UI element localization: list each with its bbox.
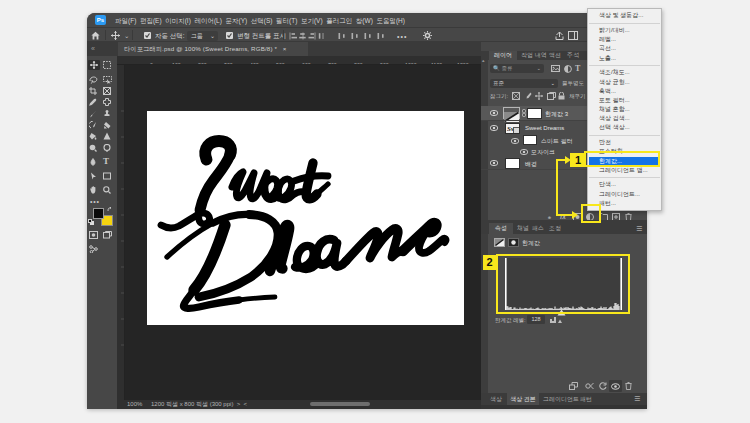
svg-text:200: 200 — [198, 62, 207, 65]
svg-text:1200: 1200 — [457, 62, 469, 65]
svg-text:900: 900 — [380, 62, 389, 65]
svg-text:300: 300 — [224, 62, 233, 65]
svg-text:1000: 1000 — [405, 62, 417, 65]
svg-text:500: 500 — [276, 62, 285, 65]
svg-text:800: 800 — [354, 62, 363, 65]
svg-text:600: 600 — [302, 62, 311, 65]
svg-text:1100: 1100 — [431, 62, 442, 65]
svg-text:100: 100 — [172, 62, 181, 65]
svg-text:700: 700 — [328, 62, 337, 65]
svg-text:400: 400 — [250, 62, 259, 65]
svg-text:0: 0 — [150, 62, 153, 65]
